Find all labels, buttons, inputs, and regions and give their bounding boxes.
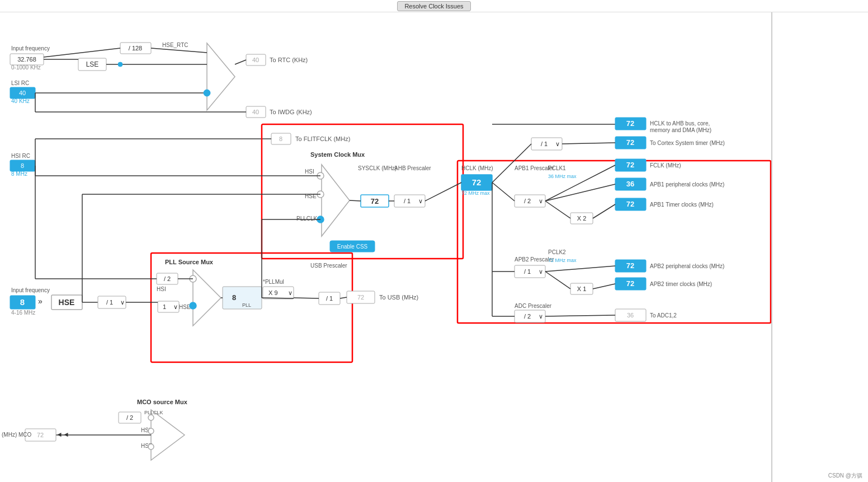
pll-mul-value: X 9 [268,289,278,296]
pllclk-mux-label: PLLCLK [296,216,318,222]
lse-label: LSE [86,60,99,68]
line-pllmul-usb [262,298,294,298]
hsi-div2-label: / 2 [164,275,171,282]
hclk-max: 72 MHz max [461,190,490,196]
hse-pll-label: HSE [179,304,191,310]
pclk2-label: PCLK2 [548,249,566,255]
apb1-timer-value: 72 [626,200,634,208]
apb2-prescaler-arrow: ∨ [539,268,543,275]
hclk-ahb-label2: memory and DMA (MHz) [650,127,711,133]
main-canvas: Resolve Clock Issues Input frequency 32.… [0,0,868,482]
input-freq-top-label: Input frequency [11,45,50,52]
input-freq-top-value: 32.768 [17,56,36,63]
mco-hse-radio[interactable] [148,444,154,450]
lsi-rc-label: LSI RC [11,80,29,86]
apb2-timer-value: 72 [626,279,634,288]
apb2-max: 72 MHz max [548,258,577,263]
adc-prescaler-value: / 2 [524,313,531,320]
lsi-rc-value: 40 [19,90,26,96]
system-clock-mux-label: System Clock Mux [310,151,365,158]
to-iwdg-label: To IWDG (KHz) [270,109,312,115]
div1-pll-arrow: ∨ [173,303,178,310]
clock-diagram: Input frequency 32.768 0-1000 KHz LSE LS… [0,12,868,482]
hsi-div2-sublabel: HSI [157,286,166,292]
ahb-prescaler-value: / 1 [404,198,411,204]
resolve-clock-button[interactable]: Resolve Clock Issues [397,1,470,11]
div1-pll-value: 1 [163,303,166,310]
adc-prescaler-label: ADC Prescaler [515,303,552,309]
hsi-rc-label: HSI RC [11,153,30,159]
usb-prescaler-label: USB Prescaler [310,263,347,269]
hclk-label: HCLK (MHz) [461,165,493,171]
mco-out-label: (MHz) MCO [2,432,32,438]
mco-output-value: 72 [37,432,44,438]
pclk1-label: PCLK1 [548,165,566,171]
hsi-mux-label: HSI [305,169,314,175]
input-freq-bot-value: 8 [20,297,25,307]
dot-lse [118,62,122,67]
pll-mul-label: *PLLMul [263,279,284,285]
fclk-value: 72 [626,161,634,169]
cortex-prescaler-value: / 1 [541,141,548,147]
apb2-prescaler-value: / 1 [524,268,531,275]
mco-pllclk-radio[interactable] [148,415,154,420]
pll-source-mux-label: PLL Source Mux [165,259,214,265]
to-iwdg-value: 40 [252,109,259,115]
mco-pllclk-label: PLLCLK [144,410,163,415]
ahb-prescaler-label: AHB Prescaler [394,165,431,171]
lsi-rc-unit: 40 KHz [11,98,30,104]
hsi-rc-value: 8 [21,162,24,169]
mco-source-mux-label: MCO source Mux [137,399,188,405]
apb1-timer-label: APB1 Timer clocks (MHz) [650,202,714,208]
apb1-prescaler-value: / 2 [524,198,531,204]
apb1-peripheral-value: 36 [626,180,634,188]
mco-arrow: ◄◄ [56,430,69,438]
to-usb-label: To USB (MHz) [379,294,418,301]
toolbar: Resolve Clock Issues [0,0,868,12]
hclk-value: 72 [472,177,482,187]
adc-prescaler-arrow: ∨ [539,313,543,320]
hse-pll-radio-selected[interactable] [190,302,196,309]
pll-label: PLL [242,302,251,308]
to-flitfclk-label: To FLITFCLK (MHz) [295,135,350,142]
x1-apb2-label: X 1 [577,286,587,292]
svg-rect-0 [0,12,868,482]
sysclk-value: 72 [371,197,379,205]
apb2-timer-label: APB2 timer clocks (MHz) [650,281,712,287]
div128-label: / 128 [129,45,142,52]
to-rtc-label: To RTC (KHz) [270,57,308,63]
x2-apb1-label: X 2 [577,215,587,222]
pll-value: 8 [232,293,236,302]
hclk-ahb-value: 72 [626,119,634,128]
apb1-peripheral-label: APB1 peripheral clocks (MHz) [650,181,724,188]
to-rtc-value: 40 [252,57,259,63]
pclk1-max: 36 MHz max [548,174,577,179]
double-arrow: » [38,297,43,306]
line-mux-sysclk [350,200,361,201]
cortex-timer-label: To Cortex System timer (MHz) [650,140,725,146]
hse-div1-value: / 1 [106,299,113,306]
to-usb-value: 72 [357,294,364,301]
ahb-prescaler-arrow: ∨ [418,198,423,204]
hse-div1-arrow: ∨ [120,299,125,306]
hse-rtc-label: HSE_RTC [162,42,188,48]
adc-value: 36 [627,312,634,319]
cortex-prescaler-arrow: ∨ [555,141,560,147]
enable-css-label: Enable CSS [337,244,368,250]
apb1-prescaler-arrow: ∨ [539,198,543,204]
input-freq-bot-label: Input frequency [11,287,50,293]
hclk-ahb-label: HCLK to AHB bus, core, [650,120,710,127]
input-freq-bot-unit: 4-16 MHz [11,310,35,316]
watermark: CSDN @方骐 [828,472,862,480]
fclk-label: FCLK (MHz) [650,162,681,169]
usb-prescaler-value: / 1 [326,295,333,302]
apb2-peripheral-value: 72 [626,261,634,270]
sysclk-label: SYSCLK (MHz) [358,165,397,171]
to-flitfclk-value: 8 [279,135,282,142]
apb2-peripheral-label: APB2 peripheral clocks (MHz) [650,263,724,269]
hse-label: HSE [59,298,75,307]
mco-div2-label: / 2 [126,414,133,421]
radio-lsi-selected[interactable] [204,90,210,96]
mco-hsi-radio[interactable] [148,428,154,434]
adc-label: To ADC1,2 [650,312,677,319]
